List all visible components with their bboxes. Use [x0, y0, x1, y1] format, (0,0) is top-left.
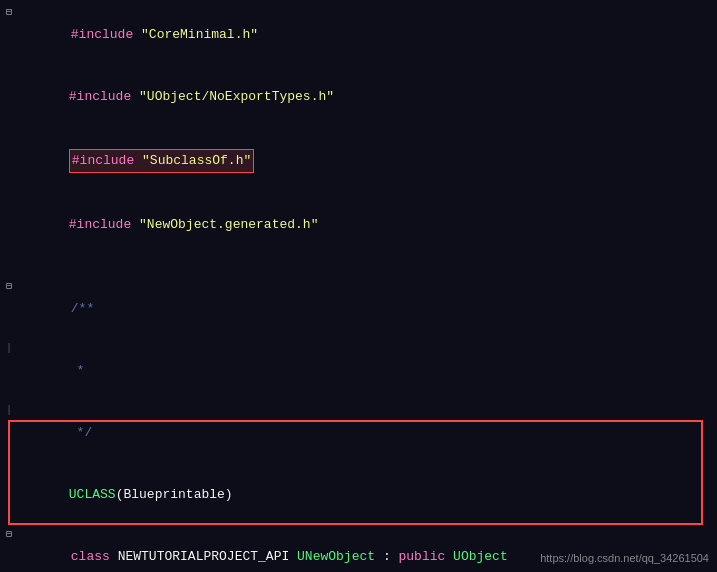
- code-line-7: | *: [0, 340, 717, 402]
- line-content-10: class NEWTUTORIALPROJECT_API UNewObject …: [20, 527, 717, 572]
- code-line-2: #include "UObject/NoExportTypes.h": [0, 66, 717, 128]
- line-content-3: #include "SubclassOf.h": [18, 129, 717, 193]
- code-line-3: #include "SubclassOf.h": [0, 128, 717, 194]
- line-prefix-3: [0, 129, 18, 130]
- line-content-6: /**: [20, 279, 717, 339]
- code-editor: ⊟ #include "CoreMinimal.h" #include "UOb…: [0, 0, 717, 572]
- code-line-4: #include "NewObject.generated.h": [0, 194, 717, 256]
- code-line-10: ⊟ class NEWTUTORIALPROJECT_API UNewObjec…: [0, 526, 717, 572]
- line-prefix-5: [0, 257, 18, 258]
- code-line-6: ⊟ /**: [0, 278, 717, 340]
- collapse-icon-6[interactable]: ⊟: [0, 279, 18, 292]
- line-content-2: #include "UObject/NoExportTypes.h": [18, 67, 717, 127]
- line-content-7: *: [18, 341, 717, 401]
- code-line-8: | */: [0, 402, 717, 464]
- url-watermark: https://blog.csdn.net/qq_34261504: [540, 552, 709, 564]
- line-prefix-9: [0, 465, 18, 466]
- collapse-icon-1[interactable]: ⊟: [0, 5, 18, 18]
- line-content-9: UCLASS(Blueprintable): [18, 465, 717, 525]
- line-content-5: [18, 257, 717, 277]
- line-prefix-8: |: [0, 403, 18, 416]
- line-content-4: #include "NewObject.generated.h": [18, 195, 717, 255]
- code-line-5: [0, 256, 717, 278]
- code-line-1: ⊟ #include "CoreMinimal.h": [0, 4, 717, 66]
- collapse-icon-10[interactable]: ⊟: [0, 527, 18, 540]
- line-content-1: #include "CoreMinimal.h": [20, 5, 717, 65]
- highlight-include: #include "SubclassOf.h": [69, 149, 254, 173]
- code-line-9: UCLASS(Blueprintable): [0, 464, 717, 526]
- line-content-8: */: [18, 403, 717, 463]
- line-prefix-4: [0, 195, 18, 196]
- line-prefix-2: [0, 67, 18, 68]
- line-prefix-7: |: [0, 341, 18, 354]
